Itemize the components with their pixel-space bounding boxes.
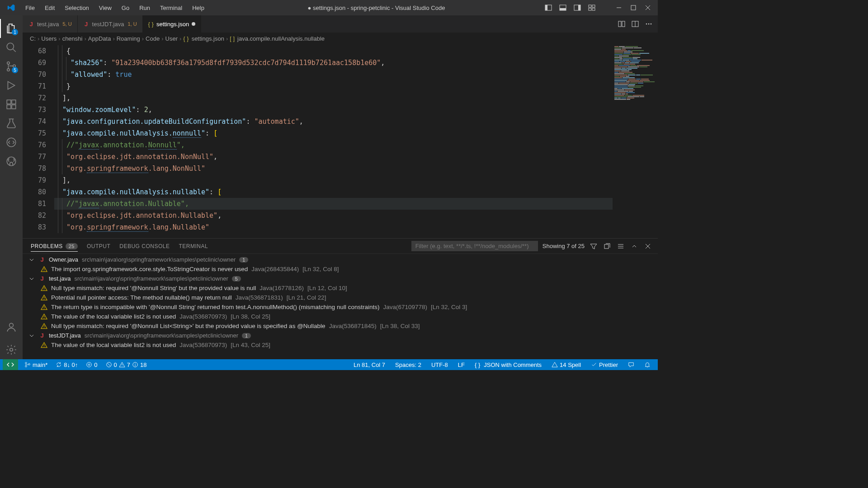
testing-icon[interactable]	[0, 114, 23, 133]
remote-explorer-icon[interactable]	[0, 133, 23, 152]
array-icon: [ ]	[230, 35, 235, 42]
layout-customize-icon[interactable]	[587, 3, 596, 12]
problem-file-row[interactable]: JOwner.javasrc\main\java\org\springframe…	[23, 255, 658, 264]
code-line[interactable]: "org.eclipse.jdt.annotation.NonNull",	[54, 151, 613, 163]
code-line[interactable]: "org.springframework.lang.NonNull"	[54, 163, 613, 174]
accounts-icon[interactable]	[0, 318, 23, 337]
panel-tab-terminal[interactable]: TERMINAL	[179, 241, 208, 251]
more-icon[interactable]	[644, 19, 653, 28]
problem-item[interactable]: The value of the local variable list2 is…	[23, 340, 658, 350]
code-line[interactable]: {	[54, 45, 613, 57]
panel-tab-problems[interactable]: PROBLEMS25	[31, 241, 78, 252]
code-line[interactable]: "org.springframework.lang.Nullable"	[54, 221, 613, 233]
status-spell[interactable]: 14 Spell	[550, 361, 583, 368]
problems-filter-input[interactable]	[411, 241, 538, 251]
maximize-panel-icon[interactable]	[630, 242, 639, 251]
code-line[interactable]: "sha256": "91a239400bb638f36a1795d8fdf79…	[54, 57, 613, 69]
breadcrumb-item[interactable]: User	[165, 35, 178, 42]
tab-testJDT-java[interactable]: JtestJDT.java1, U	[78, 15, 143, 33]
problems-list[interactable]: JOwner.javasrc\main\java\org\springframe…	[23, 254, 658, 359]
status-prettier[interactable]: Prettier	[589, 361, 620, 368]
layout-bottom-icon[interactable]	[558, 3, 567, 12]
code-line[interactable]: "java.compile.nullAnalysis.nullable": [	[54, 186, 613, 198]
run-debug-icon[interactable]	[0, 76, 23, 95]
minimap[interactable]	[613, 44, 658, 238]
code-line[interactable]: ],	[54, 174, 613, 186]
problem-item[interactable]: Potential null pointer access: The metho…	[23, 293, 658, 302]
menu-terminal[interactable]: Terminal	[156, 3, 187, 13]
problem-item[interactable]: Null type mismatch: required '@Nonnull S…	[23, 283, 658, 293]
status-eol[interactable]: LF	[456, 361, 467, 368]
panel-tab-debug-console[interactable]: DEBUG CONSOLE	[119, 241, 170, 251]
minimize-icon[interactable]	[614, 3, 623, 12]
status-problems[interactable]: 0 7 18	[104, 361, 149, 368]
status-sync[interactable]: 8↓ 0↑	[54, 361, 80, 368]
problem-file-row[interactable]: JtestJDT.javasrc\main\java\org\springfra…	[23, 331, 658, 340]
status-bell-icon[interactable]	[642, 361, 652, 368]
breadcrumb[interactable]: C:›Users›chenshi›AppData›Roaming›Code›Us…	[23, 33, 658, 44]
close-icon[interactable]	[643, 3, 652, 12]
layout-left-icon[interactable]	[544, 3, 553, 12]
breadcrumb-item[interactable]: chenshi	[62, 35, 83, 42]
code-line[interactable]: "java.configuration.updateBuildConfigura…	[54, 116, 613, 127]
compare-icon[interactable]	[617, 19, 626, 28]
maximize-icon[interactable]	[629, 3, 638, 12]
code-line[interactable]: "allowed": true	[54, 69, 613, 80]
code-line[interactable]: "window.zoomLevel": 2,	[54, 104, 613, 116]
status-branch[interactable]: main*	[23, 361, 49, 368]
menu-edit[interactable]: Edit	[40, 3, 59, 13]
view-as-list-icon[interactable]	[616, 242, 625, 251]
breadcrumb-item[interactable]: AppData	[88, 35, 111, 42]
status-cursor[interactable]: Ln 81, Col 7	[352, 361, 387, 368]
code-line[interactable]: //"javax.annotation.Nonnull",	[54, 139, 613, 151]
problem-item[interactable]: Null type mismatch: required '@Nonnull L…	[23, 321, 658, 331]
problem-item[interactable]: The value of the local variable list2 is…	[23, 312, 658, 321]
menu-view[interactable]: View	[94, 3, 116, 13]
breadcrumb-item[interactable]: C:	[30, 35, 36, 42]
code-line[interactable]: //"javax.annotation.Nullable",	[54, 198, 613, 210]
layout-right-icon[interactable]	[573, 3, 582, 12]
editor[interactable]: 68697071727374757677787980818283 {"sha25…	[23, 44, 658, 238]
search-icon[interactable]	[0, 38, 23, 57]
problem-message: The value of the local variable list2 is…	[51, 313, 176, 320]
gear-icon[interactable]	[0, 340, 23, 359]
explorer-icon[interactable]: 1	[0, 19, 23, 38]
code-line[interactable]: "java.compile.nullAnalysis.nonnull": [	[54, 127, 613, 139]
panel-tab-output[interactable]: OUTPUT	[87, 241, 110, 251]
tab-test-java[interactable]: Jtest.java5, U	[23, 15, 78, 33]
menu-go[interactable]: Go	[117, 3, 134, 13]
split-editor-icon[interactable]	[631, 19, 640, 28]
breadcrumb-item[interactable]: { }settings.json	[183, 35, 224, 42]
status-ports[interactable]: 0	[84, 361, 99, 368]
status-feedback-icon[interactable]	[626, 361, 636, 368]
breadcrumb-item[interactable]: [ ]java.compile.nullAnalysis.nullable	[230, 35, 325, 42]
breadcrumb-item[interactable]: Code	[146, 35, 160, 42]
extensions-icon[interactable]	[0, 95, 23, 114]
problem-message: The import org.springframework.core.styl…	[51, 266, 248, 272]
remote-indicator-icon[interactable]	[3, 359, 18, 370]
menu-help[interactable]: Help	[188, 3, 209, 13]
code-line[interactable]: "org.eclipse.jdt.annotation.Nullable",	[54, 210, 613, 221]
status-indent[interactable]: Spaces: 2	[393, 361, 423, 368]
filter-icon[interactable]	[589, 242, 598, 251]
status-language[interactable]: { }JSON with Comments	[473, 361, 543, 368]
code-content[interactable]: {"sha256": "91a239400bb638f36a1795d8fdf7…	[54, 44, 613, 238]
collapse-all-icon[interactable]	[603, 242, 612, 251]
github-icon[interactable]	[0, 152, 23, 171]
breadcrumb-item[interactable]: Roaming	[117, 35, 140, 42]
code-line[interactable]: }	[54, 80, 613, 92]
code-line[interactable]: ],	[54, 92, 613, 104]
breadcrumb-item[interactable]: Users	[41, 35, 57, 42]
tab-settings-json[interactable]: { }settings.json	[143, 15, 202, 33]
problem-code: Java(536870973)	[179, 342, 227, 348]
problem-file-row[interactable]: Jtest.javasrc\main\java\org\springframew…	[23, 274, 658, 283]
problem-item[interactable]: The return type is incompatible with '@N…	[23, 302, 658, 312]
menu-run[interactable]: Run	[135, 3, 155, 13]
close-panel-icon[interactable]	[643, 242, 652, 251]
title-bar-controls	[544, 3, 654, 12]
source-control-icon[interactable]: 5	[0, 57, 23, 76]
menu-selection[interactable]: Selection	[60, 3, 93, 13]
menu-file[interactable]: File	[21, 3, 39, 13]
status-encoding[interactable]: UTF-8	[429, 361, 450, 368]
problem-item[interactable]: The import org.springframework.core.styl…	[23, 264, 658, 274]
